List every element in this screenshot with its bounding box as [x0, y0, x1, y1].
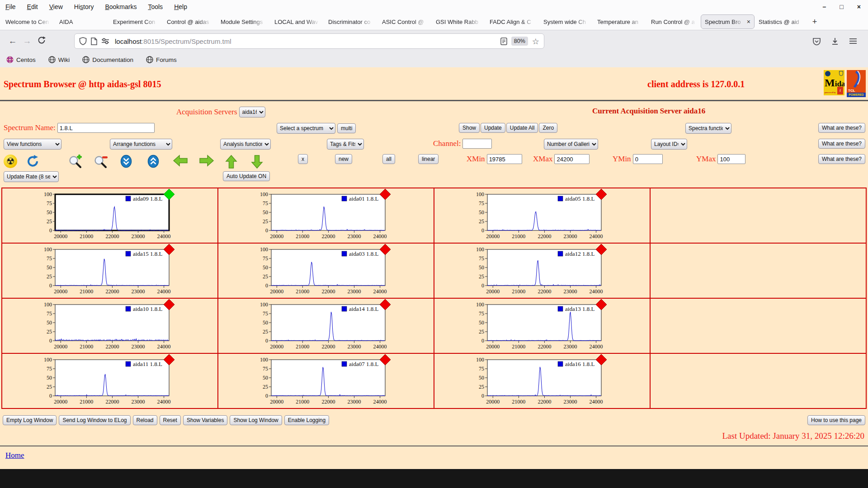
tab-statistics-aid[interactable]: Statistics @ aid: [755, 15, 808, 28]
tab-fadc-align-c[interactable]: FADC Align & C: [486, 15, 539, 28]
reload-button[interactable]: [34, 36, 49, 47]
bookmark-star-icon[interactable]: ☆: [532, 37, 539, 46]
spectrum-chart-aida07[interactable]: 02550751002000021000220002300024000aida0…: [253, 354, 394, 406]
what-are-these-button[interactable]: What are these?: [818, 139, 865, 149]
pocket-icon[interactable]: [812, 37, 821, 46]
spectrum-chart-aida14[interactable]: 02550751002000021000220002300024000aida1…: [253, 299, 394, 351]
tab-asic-control[interactable]: ASIC Control @: [378, 15, 431, 28]
reader-mode-icon[interactable]: [500, 38, 507, 45]
close-icon[interactable]: ×: [857, 3, 861, 10]
forward-button[interactable]: →: [20, 36, 34, 46]
xmin-input[interactable]: [487, 154, 522, 164]
show-log-window-button[interactable]: Show Log Window: [230, 415, 282, 425]
view-functions-dropdown[interactable]: View functions: [4, 139, 61, 150]
page-info-icon[interactable]: [91, 38, 97, 45]
reset-button[interactable]: Reset: [160, 415, 181, 425]
select-spectrum-dropdown[interactable]: Select a spectrum: [277, 123, 335, 134]
menu-bookmarks[interactable]: Bookmarks: [105, 3, 137, 10]
empty-log-window-button[interactable]: Empty Log Window: [3, 415, 57, 425]
pan-left-icon[interactable]: [173, 155, 188, 167]
spectrum-chart-aida11[interactable]: 02550751002000021000220002300024000aida1…: [37, 354, 178, 406]
downloads-icon[interactable]: [831, 37, 839, 45]
pan-right-icon[interactable]: [199, 155, 214, 167]
menu-view[interactable]: View: [49, 3, 63, 10]
app-menu-icon[interactable]: [849, 38, 857, 44]
channel-input[interactable]: [462, 139, 492, 149]
spectra-functions-dropdown[interactable]: Spectra functions: [685, 123, 731, 134]
tab-experiment-con[interactable]: Experiment Con: [109, 15, 162, 28]
zoom-level-badge[interactable]: 80%: [511, 37, 528, 46]
spectrum-chart-aida15[interactable]: 02550751002000021000220002300024000aida1…: [37, 244, 178, 296]
send-log-window-to-elog-button[interactable]: Send Log Window to ELog: [59, 415, 130, 425]
zoom-out-icon[interactable]: [93, 155, 108, 169]
tab-run-control-a[interactable]: Run Control @ a: [647, 15, 700, 28]
spectrum-chart-aida03[interactable]: 02550751002000021000220002300024000aida0…: [253, 244, 394, 296]
spectrum-name-input[interactable]: [57, 123, 155, 133]
tab-discriminator-co[interactable]: Discriminator co: [325, 15, 377, 28]
menu-history[interactable]: History: [74, 3, 94, 10]
url-bar[interactable]: localhost:8015/Spectrum/Spectrum.tml 80%…: [74, 33, 544, 49]
scale-up-icon[interactable]: [225, 155, 237, 169]
new-tab-button[interactable]: +: [808, 17, 821, 27]
update-all-button[interactable]: Update All: [506, 123, 538, 133]
multi-button[interactable]: multi: [337, 123, 356, 133]
tab-spectrum-bro[interactable]: Spectrum Bro×: [701, 15, 754, 28]
number-of-galleries-dropdown[interactable]: Number of Galleries: [544, 139, 598, 150]
refresh-spectrum-icon[interactable]: [26, 155, 40, 168]
spectrum-chart-aida12[interactable]: 02550751002000021000220002300024000aida1…: [469, 244, 610, 296]
acquisition-server-select[interactable]: aida16: [239, 107, 265, 117]
tab-gsi-white-rabb[interactable]: GSI White Rabb: [432, 15, 485, 28]
tab-local-and-wav[interactable]: LOCAL and Wav: [271, 15, 324, 28]
tab-close-icon[interactable]: ×: [747, 18, 750, 25]
spectrum-chart-aida05[interactable]: 02550751002000021000220002300024000aida0…: [469, 189, 610, 240]
new-button[interactable]: new: [335, 154, 352, 164]
permissions-icon[interactable]: [101, 38, 109, 44]
zero-button[interactable]: Zero: [539, 123, 557, 133]
ymax-input[interactable]: [717, 154, 745, 164]
show-variables-button[interactable]: Show Variables: [183, 415, 228, 425]
tab-system-wide-ch[interactable]: System wide Ch: [540, 15, 593, 28]
tab-module-settings[interactable]: Module Settings: [217, 15, 270, 28]
xmax-input[interactable]: [554, 154, 590, 164]
back-button[interactable]: ←: [5, 36, 20, 46]
how-to-use-button[interactable]: How to use this page: [807, 415, 865, 425]
minimize-icon[interactable]: –: [823, 3, 826, 10]
menu-help[interactable]: Help: [174, 3, 187, 10]
tracking-shield-icon[interactable]: [79, 37, 87, 45]
bookmark-wiki[interactable]: Wiki: [48, 56, 70, 63]
tab-temperature-an[interactable]: Temperature an: [594, 15, 646, 28]
what-are-these-button[interactable]: What are these?: [818, 123, 865, 133]
bookmark-documentation[interactable]: Documentation: [82, 56, 133, 63]
spectrum-chart-aida01[interactable]: 02550751002000021000220002300024000aida0…: [253, 189, 394, 240]
spectrum-chart-aida10[interactable]: 02550751002000021000220002300024000aida1…: [37, 299, 178, 351]
spectrum-chart-aida16[interactable]: 02550751002000021000220002300024000aida1…: [469, 354, 610, 406]
tab-aida[interactable]: AIDA: [56, 15, 108, 28]
expand-y-icon[interactable]: [147, 155, 159, 168]
all-button[interactable]: all: [382, 154, 395, 164]
reload-button[interactable]: Reload: [133, 415, 157, 425]
zero-spectrum-icon[interactable]: ☢: [4, 155, 17, 168]
zoom-in-icon[interactable]: [68, 155, 83, 169]
shrink-y-icon[interactable]: [120, 155, 132, 168]
enable-logging-button[interactable]: Enable Logging: [284, 415, 329, 425]
bookmark-centos[interactable]: Centos: [6, 56, 36, 63]
update-button[interactable]: Update: [481, 123, 505, 133]
tab-control-aidas[interactable]: Control @ aidas: [163, 15, 216, 28]
spectrum-chart-aida13[interactable]: 02550751002000021000220002300024000aida1…: [469, 299, 610, 351]
x-button[interactable]: x: [298, 154, 308, 164]
show-button[interactable]: Show: [459, 123, 480, 133]
auto-update-button[interactable]: Auto Update ON: [223, 171, 270, 181]
scale-down-icon[interactable]: [251, 155, 263, 169]
maximize-icon[interactable]: □: [840, 3, 843, 10]
arrange-functions-dropdown[interactable]: Arrange functions: [110, 139, 172, 150]
bookmark-forums[interactable]: Forums: [146, 56, 177, 63]
menu-edit[interactable]: Edit: [27, 3, 38, 10]
tags-fits-dropdown[interactable]: Tags & Fits: [327, 139, 364, 150]
spectrum-chart-aida09[interactable]: 02550751002000021000220002300024000aida0…: [37, 189, 178, 240]
home-link[interactable]: Home: [5, 451, 24, 460]
analysis-functions-dropdown[interactable]: Analysis functions: [220, 139, 271, 150]
layout-id-dropdown[interactable]: Layout ID=3: [651, 139, 687, 150]
menu-file[interactable]: File: [5, 3, 16, 10]
ymin-input[interactable]: [633, 154, 663, 164]
update-rate-dropdown[interactable]: Update Rate (8 secs): [4, 171, 59, 182]
